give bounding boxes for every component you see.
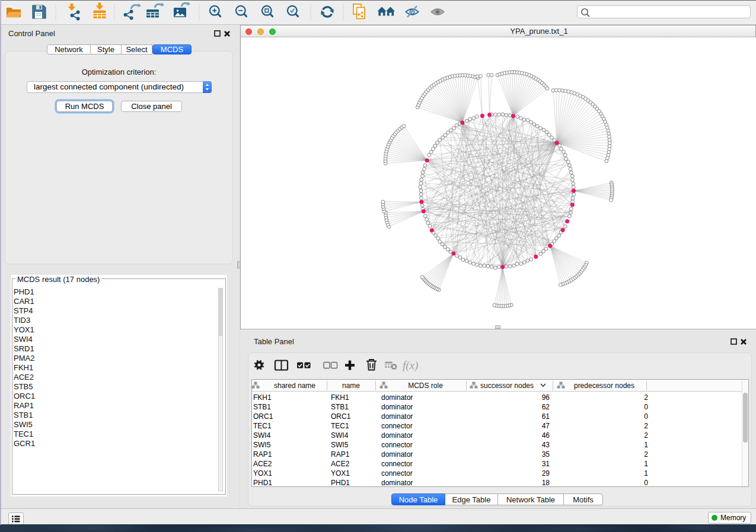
svg-text:f(x): f(x) — [403, 359, 418, 372]
